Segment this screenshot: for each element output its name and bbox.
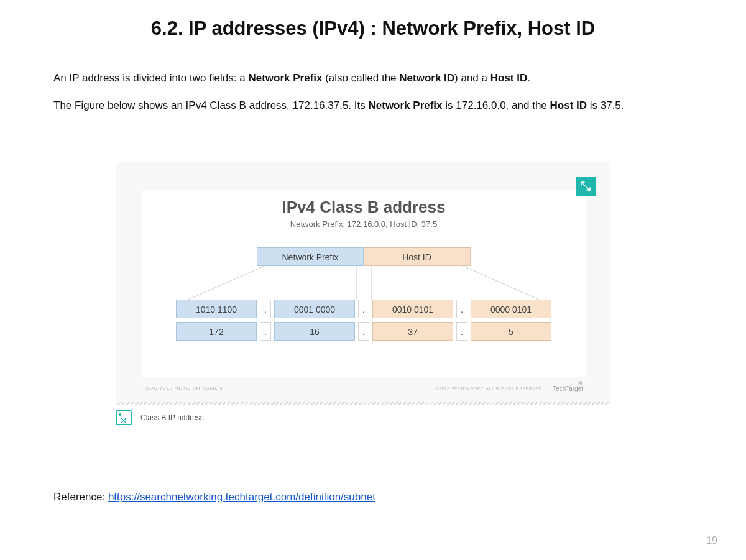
figure-container: IPv4 Class B address Network Prefix: 172… (116, 162, 610, 425)
dot-separator: . (358, 300, 369, 318)
slide-title: 6.2. IP addresses (IPv4) : Network Prefi… (0, 17, 746, 40)
dot-separator: . (260, 322, 271, 341)
hatched-border (116, 402, 610, 405)
dot-separator: . (358, 322, 369, 341)
binary-octet-1: 1010 1100 (176, 300, 257, 318)
intro-bold-network-prefix: Network Prefix (248, 72, 322, 84)
intro-text: An IP address is divided into two fields… (53, 71, 694, 126)
reference-link[interactable]: https://searchnetworking.techtarget.com/… (108, 491, 375, 503)
section-headers: Network PrefixHost ID (142, 247, 586, 266)
binary-octet-3: 0010 0101 (372, 300, 453, 318)
connector-lines (142, 266, 586, 298)
intro-bold-host-id-2: Host ID (550, 99, 587, 111)
intro-text-fragment: . (527, 72, 530, 84)
ipv4-diagram: IPv4 Class B address Network Prefix: 172… (116, 162, 610, 404)
decimal-octet-3: 37 (372, 322, 453, 341)
intro-text-fragment: is 172.16.0.0, and the (443, 99, 550, 111)
expand-icon (581, 181, 591, 191)
diagram-card: IPv4 Class B address Network Prefix: 172… (142, 190, 586, 377)
dot-separator: . (456, 322, 467, 341)
intro-text-fragment: (also called the (322, 72, 399, 84)
intro-bold-network-id: Network ID (399, 72, 454, 84)
diagram-title: IPv4 Class B address (142, 198, 586, 217)
brand-name: TechTarget (553, 386, 583, 392)
figure-caption-row: Class B IP address (116, 410, 610, 425)
intro-bold-network-prefix-2: Network Prefix (369, 99, 443, 111)
octet-rows: 1010 1100 . 0001 0000 . 0010 0101 . 0000… (142, 300, 586, 344)
source-attribution: SOURCE: NETCRAFTSMEN (145, 385, 223, 391)
binary-octet-2: 0001 0000 (274, 300, 355, 318)
decimal-octet-2: 16 (274, 322, 355, 341)
image-icon (116, 410, 132, 425)
decimal-row: 172 . 16 . 37 . 5 (142, 322, 586, 341)
dot-separator: . (260, 300, 271, 318)
binary-row: 1010 1100 . 0001 0000 . 0010 0101 . 0000… (142, 300, 586, 318)
decimal-octet-4: 5 (471, 322, 551, 341)
diagram-subtitle: Network Prefix: 172.16.0.0, Host ID: 37.… (142, 219, 586, 229)
binary-octet-4: 0000 0101 (471, 300, 551, 318)
intro-text-fragment: An IP address is divided into two fields… (53, 72, 248, 84)
dot-separator: . (456, 300, 467, 318)
copyright-text: ©2018 TECHTARGET. ALL RIGHTS RESERVED (435, 387, 542, 391)
page-number: 19 (706, 535, 717, 546)
intro-text-fragment: The Figure below shows an IPv4 Class B a… (53, 99, 369, 111)
section-host-id: Host ID (364, 247, 471, 266)
reference-label: Reference: (53, 491, 108, 503)
intro-bold-host-id: Host ID (490, 72, 528, 84)
intro-text-fragment: ) and a (454, 72, 490, 84)
reference-line: Reference: https://searchnetworking.tech… (53, 491, 375, 503)
section-network-prefix: Network Prefix (257, 247, 364, 266)
diagram-footer: SOURCE: NETCRAFTSMEN ©2018 TECHTARGET. A… (142, 385, 586, 399)
figure-caption: Class B IP address (140, 413, 204, 422)
decimal-octet-1: 172 (176, 322, 257, 341)
techtarget-logo: ◉ TechTarget (553, 380, 583, 392)
expand-button[interactable] (576, 177, 596, 196)
intro-text-fragment: is 37.5. (587, 99, 624, 111)
